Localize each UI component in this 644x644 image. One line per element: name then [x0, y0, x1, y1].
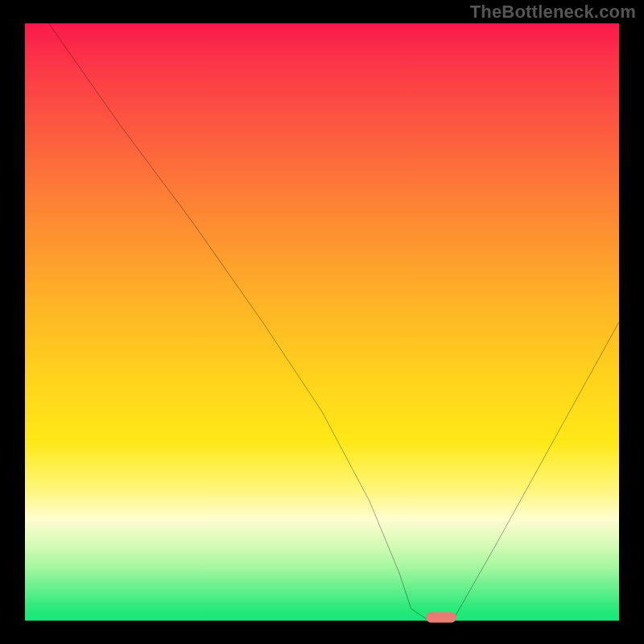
chart-frame: TheBottleneck.com: [0, 0, 644, 644]
watermark-text: TheBottleneck.com: [470, 2, 636, 23]
curve-path: [49, 23, 619, 621]
bottleneck-curve: [25, 23, 619, 621]
plot-area: [25, 23, 619, 621]
optimal-marker: [426, 613, 456, 623]
